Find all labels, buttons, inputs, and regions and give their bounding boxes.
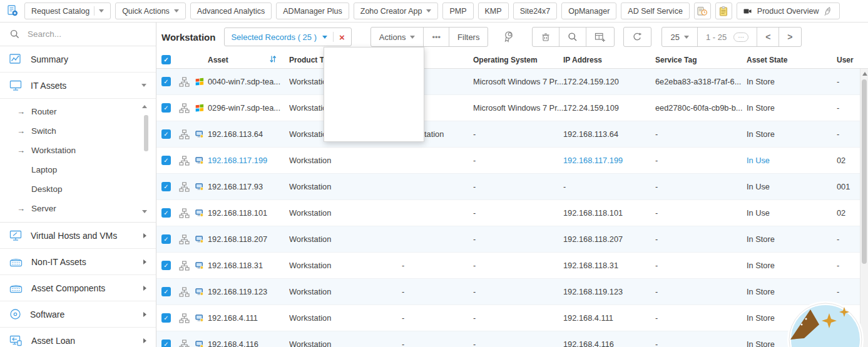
page-size-dropdown[interactable]: 25 bbox=[662, 28, 697, 46]
notes-button[interactable] bbox=[715, 3, 732, 19]
actions-menu-item[interactable] bbox=[324, 132, 424, 139]
table-row[interactable]: 192.168.118.207 Workstation - 192.168.11… bbox=[156, 226, 868, 253]
network-tree-icon[interactable] bbox=[178, 313, 194, 323]
actions-menu-item[interactable] bbox=[324, 117, 424, 124]
row-checkbox[interactable] bbox=[161, 129, 171, 139]
row-checkbox[interactable] bbox=[161, 182, 171, 191]
sidebar-child-item[interactable]: → Server bbox=[0, 199, 137, 218]
table-row[interactable]: 0040-win7.sdp-tea... Workstation Microso… bbox=[156, 69, 868, 95]
actions-button[interactable]: Actions bbox=[371, 28, 424, 46]
actions-menu-item[interactable] bbox=[324, 79, 424, 87]
sidebar-item-software[interactable]: Software bbox=[0, 301, 156, 328]
sidebar-child-item[interactable]: → Workstation bbox=[0, 141, 137, 160]
actions-menu-item[interactable] bbox=[324, 94, 424, 102]
sidebar-item-virtual-hosts[interactable]: Virtual Hosts and VMs bbox=[0, 223, 156, 249]
more-actions-button[interactable]: ••• bbox=[423, 28, 449, 46]
site24x7-button[interactable]: Site24x7 bbox=[513, 3, 558, 19]
asset-name-link[interactable]: 192.168.118.101 bbox=[208, 208, 289, 218]
row-checkbox[interactable] bbox=[161, 77, 171, 86]
row-checkbox[interactable] bbox=[161, 339, 171, 347]
column-chooser-button[interactable] bbox=[586, 28, 614, 46]
new-request-icon[interactable] bbox=[6, 5, 19, 17]
column-header-asset-state[interactable]: Asset State bbox=[747, 56, 837, 64]
refresh-button[interactable] bbox=[624, 28, 651, 46]
row-checkbox[interactable] bbox=[161, 313, 171, 323]
clear-selection-icon[interactable]: × bbox=[339, 32, 345, 43]
asset-name-link[interactable]: 192.168.118.31 bbox=[208, 261, 289, 270]
actions-menu-item[interactable] bbox=[324, 49, 424, 57]
select-all-checkbox[interactable] bbox=[161, 55, 171, 64]
column-header-ip-address[interactable]: IP Address bbox=[563, 56, 655, 64]
table-row[interactable]: 192.168.4.111 Workstation - - 192.168.4.… bbox=[156, 305, 868, 331]
row-checkbox[interactable] bbox=[161, 287, 171, 296]
selected-records-dropdown[interactable]: Selected Records ( 25 ) × bbox=[224, 28, 351, 46]
filters-button[interactable]: Filters bbox=[449, 28, 488, 46]
table-row[interactable]: 192.168.118.101 Workstation - 192.168.11… bbox=[156, 200, 868, 226]
network-tree-icon[interactable] bbox=[178, 261, 194, 271]
asset-name-link[interactable]: 192.168.4.116 bbox=[208, 339, 289, 347]
product-overview-button[interactable]: Product Overview bbox=[737, 3, 840, 19]
asset-name-link[interactable]: 192.168.117.199 bbox=[208, 156, 289, 165]
table-row[interactable]: 192.168.4.116 Workstation - - 192.168.4.… bbox=[156, 331, 868, 347]
prev-page-button[interactable]: < bbox=[757, 28, 779, 46]
quick-actions-button[interactable]: Quick Actions bbox=[115, 3, 186, 19]
network-tree-icon[interactable] bbox=[178, 129, 194, 139]
sidebar-child-item[interactable]: → Switch bbox=[0, 121, 137, 141]
sidebar-item-non-it-assets[interactable]: Non-IT Assets bbox=[0, 249, 156, 275]
kmp-button[interactable]: KMP bbox=[478, 3, 509, 19]
row-checkbox[interactable] bbox=[161, 103, 171, 113]
actions-menu-item[interactable] bbox=[324, 102, 424, 109]
actions-menu-item[interactable] bbox=[324, 124, 424, 132]
network-tree-icon[interactable] bbox=[178, 208, 194, 218]
scheduled-tasks-button[interactable] bbox=[694, 3, 711, 19]
network-tree-icon[interactable] bbox=[178, 234, 194, 244]
gamification-badge[interactable] bbox=[785, 299, 865, 347]
asset-name-link[interactable]: 192.168.119.123 bbox=[208, 287, 289, 296]
actions-menu-item[interactable] bbox=[324, 87, 424, 94]
scroll-up-arrow-icon[interactable] bbox=[142, 105, 147, 108]
actions-menu-item[interactable] bbox=[324, 64, 424, 72]
chevron-down-icon[interactable] bbox=[141, 84, 146, 87]
table-row[interactable]: 192.168.118.31 Workstation - - 192.168.1… bbox=[156, 253, 868, 279]
sidebar-item-asset-components[interactable]: Asset Components bbox=[0, 275, 156, 301]
scrollbar-thumb[interactable] bbox=[862, 79, 867, 264]
row-checkbox[interactable] bbox=[161, 234, 171, 244]
asset-name-link[interactable]: 192.168.4.111 bbox=[208, 313, 289, 323]
network-tree-icon[interactable] bbox=[178, 182, 194, 192]
column-header-operating-system[interactable]: Operating System bbox=[473, 56, 563, 64]
sidebar-item-it-assets[interactable]: IT Assets bbox=[0, 73, 156, 99]
row-checkbox[interactable] bbox=[161, 156, 171, 165]
admanager-plus-button[interactable]: ADManager Plus bbox=[276, 3, 349, 19]
asset-name-link[interactable]: 0296-win7.sdp-tea... bbox=[208, 103, 289, 113]
sidebar-scrollbar-thumb[interactable] bbox=[144, 115, 148, 151]
table-row[interactable]: 0296-win7.sdp-tea... Workstation Microso… bbox=[156, 95, 868, 121]
search-list-button[interactable] bbox=[559, 28, 586, 46]
row-checkbox[interactable] bbox=[161, 261, 171, 270]
page-jump-icon[interactable]: ··· bbox=[733, 33, 748, 42]
next-page-button[interactable]: > bbox=[779, 28, 800, 46]
network-tree-icon[interactable] bbox=[178, 156, 194, 166]
sidebar-item-asset-loan[interactable]: Asset Loan bbox=[0, 328, 156, 347]
pmp-button[interactable]: PMP bbox=[442, 3, 473, 19]
delete-button[interactable] bbox=[533, 28, 559, 46]
row-checkbox[interactable] bbox=[161, 208, 171, 218]
column-header-service-tag[interactable]: Service Tag bbox=[655, 56, 747, 64]
sidebar-child-item[interactable]: → Laptop bbox=[0, 160, 137, 179]
asset-name-link[interactable]: 0040-win7.sdp-tea... bbox=[208, 77, 289, 86]
request-catalog-button[interactable]: Request Catalog bbox=[24, 3, 111, 19]
sidebar-child-item[interactable]: → Desktop bbox=[0, 179, 137, 199]
network-tree-icon[interactable] bbox=[178, 103, 194, 113]
sidebar-child-item[interactable]: → Router bbox=[0, 102, 137, 121]
actions-menu-item[interactable] bbox=[324, 72, 424, 79]
sort-icon[interactable] bbox=[269, 55, 277, 65]
sidebar-search-field[interactable]: Search... bbox=[0, 23, 156, 46]
chevron-down-icon[interactable] bbox=[99, 9, 104, 13]
column-header-user[interactable]: User bbox=[837, 56, 868, 64]
asset-name-link[interactable]: 192.168.118.207 bbox=[208, 234, 289, 244]
network-tree-icon[interactable] bbox=[178, 287, 194, 297]
asset-name-link[interactable]: 192.168.117.93 bbox=[208, 182, 289, 191]
opmanager-button[interactable]: OpManager bbox=[561, 3, 616, 19]
table-row[interactable]: 192.168.119.123 Workstation - - 192.168.… bbox=[156, 279, 868, 305]
scan-audit-button[interactable] bbox=[502, 30, 516, 44]
actions-menu-item[interactable] bbox=[324, 57, 424, 64]
